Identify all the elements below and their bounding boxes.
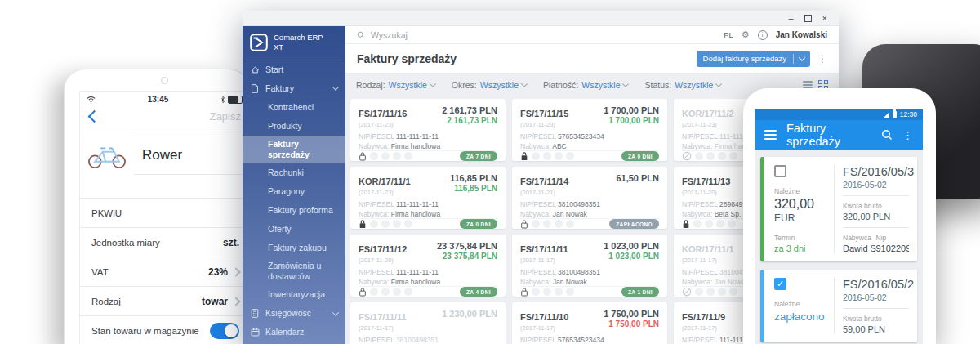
sidebar-nav: StartFakturyKontrahenciProduktyFaktury s… xyxy=(243,60,345,342)
user-menu[interactable]: Jan Kowalski xyxy=(776,30,827,39)
invoice-card[interactable]: FS/17/11/10(2017-11-17)1 750,00 PLN1 750… xyxy=(512,302,667,344)
status-dot-icon xyxy=(532,220,540,228)
sidebar-item-księgowość[interactable]: Księgowość xyxy=(243,304,345,323)
comarch-logo-icon xyxy=(250,34,268,51)
filter-płatność[interactable]: Płatność:Wszystkie xyxy=(543,80,628,90)
status-dot-icon xyxy=(393,152,401,160)
phone-invoice-number: FS/2016/05/3 xyxy=(843,165,909,178)
field-row-pkwiu[interactable]: PKWiU xyxy=(80,199,249,228)
filter-okres[interactable]: Okres:Wszystkie xyxy=(452,80,527,90)
add-invoice-button[interactable]: Dodaj fakturę sprzedaży xyxy=(697,51,810,67)
buyer-value: Firma handlowa xyxy=(391,278,440,286)
nip-label: NIP/PESEL xyxy=(359,336,396,344)
sidebar-item-label: Start xyxy=(265,61,283,78)
sidebar-item-oferty[interactable]: Oferty xyxy=(243,220,345,239)
list-view-icon[interactable] xyxy=(803,81,813,89)
close-icon[interactable]: × xyxy=(822,14,827,23)
filter-status[interactable]: Status:Wszystkie xyxy=(644,80,721,90)
window-titlebar: – × xyxy=(243,11,839,26)
status-dot-icon xyxy=(370,288,378,296)
save-button[interactable]: Zapisz xyxy=(210,110,243,123)
back-chevron-icon[interactable] xyxy=(88,109,101,123)
maximize-icon[interactable] xyxy=(804,15,812,22)
invoice-gross-amount: 2 161,73 PLN xyxy=(442,105,497,115)
minimize-icon[interactable]: – xyxy=(788,14,793,23)
field-label: Rodzaj xyxy=(91,297,121,306)
tablet-clock: 13:45 xyxy=(96,95,220,104)
status-dot-icon xyxy=(718,288,726,296)
invoice-card[interactable]: FS/17/11/14(2017-11-21)61,50 PLNNIP/PESE… xyxy=(512,167,667,229)
chevron-down-icon[interactable] xyxy=(794,56,810,61)
sidebar-item-rachunki[interactable]: Rachunki xyxy=(243,163,345,182)
sidebar-item-faktury[interactable]: Faktury xyxy=(243,79,345,98)
divider xyxy=(843,227,909,228)
field-row-stan-towaru-w-magazynie[interactable]: Stan towaru w magazynie xyxy=(80,316,249,344)
invoice-card-footer: ZA 4 DNI xyxy=(359,286,497,297)
tablet-camera xyxy=(161,77,168,84)
invoice-date: (2017-11-17) xyxy=(520,324,568,332)
invoice-card[interactable]: FS/17/11/15(2017-11-23)1 700,00 PLN1 700… xyxy=(512,99,667,161)
invoice-card[interactable]: FS/17/11/11(2017-11-17)1 230,00 PLNNIP/P… xyxy=(350,302,506,344)
info-icon[interactable]: i xyxy=(758,30,768,40)
settings-gear-icon[interactable]: ⚙ xyxy=(742,30,750,39)
field-row-rodzaj[interactable]: Rodzajtowar xyxy=(80,287,249,316)
invoice-buyer-row: Nabywca: ABC xyxy=(520,142,659,150)
buyer-label: Nabywca: xyxy=(520,210,553,218)
filter-rodzaj[interactable]: Rodzaj:Wszystkie xyxy=(356,80,435,90)
product-fields-list: PKWiUJednostka miaryszt.VAT23%Rodzajtowa… xyxy=(80,198,249,344)
kebab-menu-icon[interactable]: ⋮ xyxy=(817,54,827,64)
cancelled-icon xyxy=(682,287,692,297)
accounting-icon xyxy=(250,309,260,318)
invoice-checkbox[interactable] xyxy=(774,165,786,177)
toggle-on[interactable] xyxy=(210,323,239,339)
field-value: towar xyxy=(202,296,228,307)
chevron-down-icon xyxy=(715,80,722,87)
field-value: szt. xyxy=(223,237,239,248)
app-logo[interactable]: Comarch ERP XT xyxy=(243,26,345,60)
battery-icon xyxy=(228,96,243,104)
phone-invoice-card[interactable]: ✓NależnezapłaconoFS/2016/05/22016-05-02K… xyxy=(760,270,917,342)
phone-invoice-card[interactable]: Należne320,00EURTerminza 3 dniFS/2016/05… xyxy=(760,157,917,261)
phone-search-icon[interactable] xyxy=(881,129,893,141)
invoice-card[interactable]: FS/17/11/16(2017-11-23)2 161,73 PLN2 161… xyxy=(350,99,506,161)
sidebar-item-start[interactable]: Start xyxy=(243,60,345,79)
invoice-card[interactable]: FS/17/11/11(2017-11-17)1 023,00 PLN1 023… xyxy=(512,235,667,297)
invoice-card-footer: ZA 7 DNI xyxy=(359,150,497,161)
status-dot-icon xyxy=(695,152,703,160)
invoice-nip-row: NIP/PESEL 38100498351 xyxy=(520,200,659,208)
field-row-vat[interactable]: VAT23% xyxy=(80,257,249,287)
sidebar-item-produkty[interactable]: Produkty xyxy=(243,117,345,136)
search-input[interactable]: Wyszukaj xyxy=(371,30,408,40)
sidebar-item-faktury-proforma[interactable]: Faktury proforma xyxy=(243,201,345,220)
nip-value: 111-111-11-11 xyxy=(396,200,439,208)
filter-label: Rodzaj: xyxy=(356,80,385,90)
invoice-nip-row: NIP/PESEL 38100498351 xyxy=(520,268,659,276)
sidebar-item-paragony[interactable]: Paragony xyxy=(243,182,345,201)
product-name-field[interactable]: Rower xyxy=(134,136,249,175)
sidebar-item-inwentaryzacja[interactable]: Inwentaryzacja xyxy=(243,285,345,304)
sidebar-item-zamówienia-u-dostawców[interactable]: Zamówienia u dostawców xyxy=(243,257,345,285)
invoice-card[interactable]: FS/17/11/12(2017-11-20)23 375,84 PLN23 3… xyxy=(350,235,506,297)
phone-kebab-icon[interactable]: ⋮ xyxy=(902,130,913,141)
language-button[interactable]: PL xyxy=(724,30,733,39)
status-dot-icon xyxy=(543,220,551,228)
due-badge: ZA 4 DNI xyxy=(460,287,497,297)
nip-label: NIP/PESEL xyxy=(682,336,719,344)
sidebar-item-faktury-zakupu[interactable]: Faktury zakupu xyxy=(243,239,345,257)
nip-label: NIP/PESEL xyxy=(359,200,396,208)
invoice-card[interactable]: KOR/17/11/1(2017-11-23)116,85 PLN116,85 … xyxy=(350,167,506,229)
invoice-date: (2017-11-17) xyxy=(682,324,725,332)
phone-invoice-number: FS/2016/05/2 xyxy=(843,278,909,291)
lock-filled-icon xyxy=(520,151,528,161)
hamburger-menu-icon[interactable] xyxy=(764,130,777,140)
status-dot-icon xyxy=(404,152,412,160)
invoice-checkbox[interactable]: ✓ xyxy=(774,278,786,290)
buyer-value: Jan Nowak xyxy=(553,210,587,218)
field-row-jednostka-miary[interactable]: Jednostka miaryszt. xyxy=(80,228,249,257)
sidebar-item-kontrahenci[interactable]: Kontrahenci xyxy=(243,98,345,117)
product-image-bicycle[interactable] xyxy=(80,136,134,175)
phone-screen: 12:30 Faktury sprzedaży ⋮ Należne320,00E… xyxy=(755,109,923,344)
buyer-label: Nabywca: xyxy=(359,278,391,286)
sidebar-item-kalendarz[interactable]: Kalendarz xyxy=(243,323,345,342)
sidebar-item-faktury-sprzedaży[interactable]: Faktury sprzedaży xyxy=(243,136,345,163)
